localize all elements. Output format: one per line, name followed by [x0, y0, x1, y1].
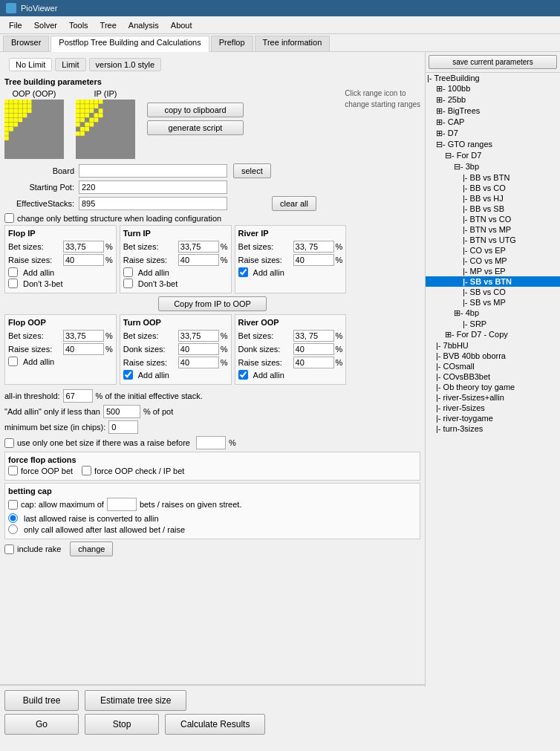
include-rake-checkbox[interactable]: [4, 544, 14, 554]
generate-script-button[interactable]: generate script: [147, 120, 244, 135]
save-current-params-button[interactable]: save current parameters: [429, 55, 557, 69]
turn-ip-3bet-checkbox[interactable]: [123, 279, 133, 288]
tree-item[interactable]: |- COvsBB3bet: [426, 371, 560, 382]
turn-oop-allin-checkbox[interactable]: [123, 370, 133, 380]
change-button[interactable]: change: [70, 542, 113, 556]
effective-stacks-input[interactable]: [79, 197, 227, 210]
menu-tools[interactable]: Tools: [63, 19, 94, 31]
river-ip-bet-input[interactable]: [293, 241, 334, 253]
starting-pot-input[interactable]: [79, 181, 227, 194]
flop-ip-raise-input[interactable]: [63, 254, 104, 266]
calculate-results-button[interactable]: Calculate Results: [165, 714, 265, 735]
tree-item[interactable]: |- turn-3sizes: [426, 423, 560, 434]
ip-range-canvas[interactable]: [76, 100, 135, 159]
tree-item[interactable]: |- CO vs MP: [426, 256, 560, 266]
menu-analysis[interactable]: Analysis: [123, 19, 165, 31]
board-input[interactable]: [79, 164, 227, 178]
tree-item[interactable]: |- Ob theory toy game: [426, 382, 560, 392]
tree-item[interactable]: ⊟- GTO ranges: [426, 139, 560, 150]
tree-item[interactable]: |- BTN vs CO: [426, 214, 560, 224]
add-allin-only-input[interactable]: [103, 405, 140, 418]
copy-ip-to-oop-button[interactable]: Copy from IP to OOP: [158, 296, 267, 311]
tree-item[interactable]: |- COsmall: [426, 361, 560, 371]
river-oop-allin-checkbox[interactable]: [238, 370, 248, 380]
tree-item[interactable]: |- BB vs SB: [426, 204, 560, 214]
section-title: Tree building parameters: [4, 77, 420, 86]
cap-input[interactable]: [107, 498, 137, 511]
tree-item[interactable]: |- MP vs EP: [426, 266, 560, 276]
allin-threshold-input[interactable]: [63, 389, 93, 403]
tree-item[interactable]: ⊞- CAP: [426, 117, 560, 128]
last-raise-radio[interactable]: [8, 513, 18, 523]
tree-item[interactable]: |- SB vs CO: [426, 287, 560, 297]
change-only-betting-checkbox[interactable]: [4, 213, 14, 223]
tab-tree-info[interactable]: Tree information: [255, 36, 331, 51]
estimate-tree-size-button[interactable]: Estimate tree size: [85, 690, 186, 711]
go-button[interactable]: Go: [4, 714, 79, 735]
turn-ip-bet-input[interactable]: [178, 241, 219, 253]
menu-solver[interactable]: Solver: [28, 19, 63, 31]
tree-item[interactable]: |- SB vs MP: [426, 297, 560, 308]
subtab-no-limit[interactable]: No Limit: [9, 58, 52, 71]
clear-all-button[interactable]: clear all: [272, 196, 316, 211]
tree-item[interactable]: ⊞- 100bb: [426, 83, 560, 94]
tab-postflop[interactable]: Postflop Tree Building and Calculations: [51, 36, 209, 52]
only-call-radio[interactable]: [8, 524, 18, 534]
tab-preflop[interactable]: Preflop: [211, 36, 253, 51]
cap-checkbox[interactable]: [8, 500, 18, 510]
flop-oop-allin-checkbox[interactable]: [8, 357, 18, 366]
tree-item[interactable]: ⊞- D7: [426, 128, 560, 139]
tree-item[interactable]: ⊟- 3bp: [426, 161, 560, 172]
flop-oop-bet-input[interactable]: [63, 330, 104, 342]
build-tree-button[interactable]: Build tree: [4, 690, 79, 711]
turn-oop-donk-input[interactable]: [178, 343, 219, 355]
tree-item[interactable]: ⊞- 25bb: [426, 94, 560, 105]
force-oop-check-checkbox[interactable]: [82, 466, 91, 475]
tab-browser[interactable]: Browser: [3, 36, 49, 51]
turn-oop-bet-input[interactable]: [178, 330, 219, 342]
tree-item[interactable]: ⊟- For D7: [426, 150, 560, 161]
tree-item[interactable]: |- river-5sizes: [426, 403, 560, 413]
oop-range-canvas[interactable]: [4, 100, 64, 159]
flop-ip-3bet-checkbox[interactable]: [8, 279, 18, 288]
tree-item[interactable]: |- SRP: [426, 319, 560, 329]
tree-item[interactable]: ⊞- BigTrees: [426, 105, 560, 117]
tree-item[interactable]: |- BTN vs UTG: [426, 235, 560, 245]
min-bet-input[interactable]: [108, 420, 138, 434]
menu-tree[interactable]: Tree: [94, 19, 123, 31]
tree-item[interactable]: |- BTN vs MP: [426, 224, 560, 235]
use-one-bet-checkbox[interactable]: [4, 438, 14, 448]
select-button[interactable]: select: [233, 163, 271, 178]
turn-ip-raise-input[interactable]: [178, 254, 219, 266]
menu-file[interactable]: File: [3, 19, 28, 31]
flop-oop-raise-input[interactable]: [63, 343, 104, 355]
use-one-bet-input[interactable]: [196, 436, 226, 449]
menu-about[interactable]: About: [165, 19, 198, 31]
river-oop-raise-input[interactable]: [293, 357, 334, 368]
tree-item[interactable]: |- river-toygame: [426, 413, 560, 423]
turn-oop-raise-input[interactable]: [178, 357, 219, 368]
tree-item[interactable]: ⊞- 4bp: [426, 308, 560, 319]
river-oop-bet-input[interactable]: [293, 330, 334, 342]
river-oop-donk-input[interactable]: [293, 343, 334, 355]
tree-item[interactable]: ⊞- For D7 - Copy: [426, 329, 560, 340]
flop-ip-bet-input[interactable]: [63, 241, 104, 253]
flop-ip-allin-checkbox[interactable]: [8, 267, 18, 277]
river-ip-raise-input[interactable]: [293, 254, 334, 266]
tree-item[interactable]: |- BB vs HJ: [426, 193, 560, 204]
tree-item[interactable]: |- BB vs CO: [426, 183, 560, 193]
subtab-version[interactable]: version 1.0 style: [89, 58, 161, 71]
tree-item[interactable]: |- CO vs EP: [426, 245, 560, 256]
tree-item[interactable]: |- BB vs BTN: [426, 172, 560, 183]
copy-to-clipboard-button[interactable]: copy to clipboard: [147, 103, 244, 117]
subtab-limit[interactable]: Limit: [55, 58, 85, 71]
tree-item[interactable]: |- BVB 40bb oborra: [426, 351, 560, 361]
stop-button[interactable]: Stop: [85, 714, 159, 735]
tree-item[interactable]: |- 7bbHU: [426, 340, 560, 351]
turn-ip-allin-checkbox[interactable]: [123, 267, 133, 277]
force-oop-bet-checkbox[interactable]: [8, 466, 18, 475]
tree-item[interactable]: |- river-5sizes+allin: [426, 392, 560, 403]
river-ip-allin-checkbox[interactable]: [238, 267, 248, 277]
tree-item[interactable]: |- SB vs BTN: [426, 276, 560, 287]
tree-item[interactable]: |- TreeBuilding: [426, 73, 560, 83]
